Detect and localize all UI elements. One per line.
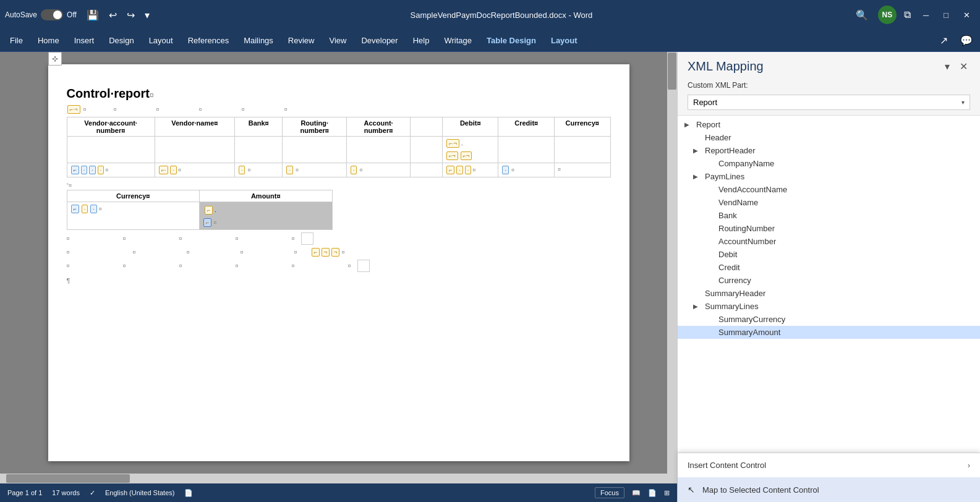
cc-vname2[interactable]: · <box>170 166 177 174</box>
tree-report[interactable]: ▶ Report <box>678 118 980 131</box>
close-button[interactable]: ✕ <box>958 8 975 22</box>
cc-vname1[interactable]: ⌐· <box>159 166 169 174</box>
tree-summaryheader[interactable]: SummaryHeader <box>678 287 980 300</box>
menu-references[interactable]: References <box>181 32 236 49</box>
restore-icon[interactable]: ⧉ <box>901 7 913 23</box>
minimize-button[interactable]: ─ <box>918 8 934 22</box>
proofing-icon[interactable]: ✓ <box>90 489 95 497</box>
tree-summarylines[interactable]: ▶ SummaryLines <box>678 300 980 313</box>
header-row-controls: ⌐·¬ ¤ ¤ ¤ ¤ ¤ ¤ <box>67 104 611 114</box>
tree-arrow-paymlines[interactable]: ▶ <box>691 173 700 180</box>
cc-debit-1[interactable]: ⌐·¬ <box>446 139 459 148</box>
save-icon[interactable]: 💾 <box>84 7 101 23</box>
tree-arrow-summarylines[interactable]: ▶ <box>691 303 700 310</box>
undo-icon[interactable]: ↩ <box>106 7 119 23</box>
menu-mailings[interactable]: Mailings <box>236 32 281 49</box>
view-layout-icon[interactable]: 📄 <box>648 489 657 497</box>
tree-paymlines[interactable]: ▶ PaymLines <box>678 170 980 183</box>
move-handle[interactable]: ⊹ <box>48 52 62 66</box>
customize-icon[interactable]: ▾ <box>142 7 152 23</box>
comment-icon[interactable]: 💬 <box>955 32 978 49</box>
tree-summaryamount[interactable]: SummaryAmount <box>678 326 980 339</box>
tree-accountnumber[interactable]: AccountNumber <box>678 235 980 248</box>
th-account: Account·number¤ <box>346 117 410 137</box>
tree-vendname[interactable]: VendName <box>678 196 980 209</box>
language-info[interactable]: English (United States) <box>105 489 175 496</box>
menu-design[interactable]: Design <box>101 32 141 49</box>
menu-insert[interactable]: Insert <box>67 32 102 49</box>
summary-amount-cell[interactable]: ⌐ . ⌐ ¤ <box>200 202 333 230</box>
xml-part-dropdown[interactable]: Report ▾ <box>688 95 970 110</box>
tree-arrow-reportheader[interactable]: ▶ <box>691 147 700 154</box>
tree-arrow-report[interactable]: ▶ <box>683 121 691 128</box>
vertical-scrollbar[interactable] <box>667 52 677 474</box>
menu-help[interactable]: Help <box>406 32 437 49</box>
menu-layout-tab[interactable]: Layout <box>543 32 585 49</box>
view-read-icon[interactable]: 📖 <box>632 489 641 497</box>
cc-bottom1[interactable]: ⌐ <box>312 248 320 257</box>
tree-bank[interactable]: Bank <box>678 209 980 222</box>
tree-label-summaryamount: SummaryAmount <box>716 327 783 338</box>
tree-routingnumber[interactable]: RoutingNumber <box>678 222 980 235</box>
menu-table-design[interactable]: Table Design <box>479 32 543 49</box>
share-icon[interactable]: ↗ <box>935 32 953 49</box>
pilcrow-mark: ¶ <box>67 277 611 284</box>
tree-reportheader[interactable]: ▶ ReportHeader <box>678 144 980 157</box>
tree-vendaccountname[interactable]: VendAccountName <box>678 183 980 196</box>
cc-amount2[interactable]: ⌐ <box>203 218 211 227</box>
menu-developer[interactable]: Developer <box>354 32 405 49</box>
menu-file[interactable]: File <box>2 32 30 49</box>
cc-credit[interactable]: · <box>502 166 509 174</box>
tree-currency[interactable]: Currency <box>678 274 980 287</box>
cc-vaccount[interactable]: ⌐ <box>71 166 79 174</box>
cc-bottom2[interactable]: ¬ <box>322 248 330 257</box>
menu-review[interactable]: Review <box>281 32 322 49</box>
th-routing: Routing·number¤ <box>283 117 346 137</box>
tree-credit[interactable]: Credit <box>678 261 980 274</box>
cc-bottom3[interactable]: ¬ <box>331 248 339 257</box>
redo-icon[interactable]: ↪ <box>124 7 137 23</box>
th-summary-currency: Currency¤ <box>67 190 200 202</box>
tree-header[interactable]: Header <box>678 131 980 144</box>
tree-summarycurrency[interactable]: SummaryCurrency <box>678 313 980 326</box>
tree-label-summarycurrency: SummaryCurrency <box>716 314 788 325</box>
document-scroll[interactable]: ⊹ Control·report¤ ⌐·¬ ¤ ¤ ¤ ¤ ¤ ¤ <box>0 52 677 474</box>
search-icon[interactable]: 🔍 <box>851 7 873 23</box>
cc-sum-curr1[interactable]: ⌐ <box>71 205 79 213</box>
menu-home[interactable]: Home <box>30 32 67 49</box>
table-row-2: ⌐ · · · ¤ ⌐· · <box>67 163 610 177</box>
cc-routing[interactable]: · <box>286 166 293 174</box>
cc-debit-row2-1[interactable]: ⌐ <box>446 166 454 174</box>
user-avatar[interactable]: NS <box>878 6 897 24</box>
cc-amount1[interactable]: ⌐ <box>205 206 213 215</box>
insert-content-control-item[interactable]: Insert Content Control › <box>678 453 980 477</box>
cc-bank[interactable]: · <box>239 166 245 174</box>
cc-1[interactable]: ⌐·¬ <box>67 105 80 114</box>
cc-accnum[interactable]: · <box>351 166 357 174</box>
focus-button[interactable]: Focus <box>595 487 624 498</box>
menu-layout[interactable]: Layout <box>142 32 181 49</box>
cc-dot2[interactable]: · <box>89 166 96 174</box>
cc-dot1[interactable]: · <box>81 166 88 174</box>
menu-view[interactable]: View <box>322 32 354 49</box>
word-count: 17 words <box>52 489 80 496</box>
maximize-button[interactable]: □ <box>939 8 953 22</box>
autosave-toggle[interactable] <box>41 9 63 20</box>
cc-debit-2[interactable]: ⌐¬ <box>446 151 458 160</box>
map-to-selected-item[interactable]: ↖ Map to Selected Content Control <box>678 477 980 502</box>
xml-panel-collapse[interactable]: ▾ <box>942 59 952 74</box>
horizontal-scrollbar[interactable] <box>0 474 677 483</box>
cc-sum-curr2[interactable]: · <box>82 205 88 213</box>
xml-panel-close[interactable]: ✕ <box>957 59 970 74</box>
hscroll-thumb[interactable] <box>6 474 130 483</box>
tree-companyname[interactable]: CompanyName <box>678 157 980 170</box>
cc-sum-curr3[interactable]: · <box>90 205 97 213</box>
view-web-icon[interactable]: ⊞ <box>664 489 670 497</box>
cc-debit-row2-3[interactable]: · <box>465 166 472 174</box>
cc-debit-row2-2[interactable]: · <box>456 166 463 174</box>
tree-debit[interactable]: Debit <box>678 248 980 261</box>
menu-writage[interactable]: Writage <box>437 32 479 49</box>
cc-debit-3[interactable]: ⌐¬ <box>461 151 472 160</box>
cc-dot3[interactable]: · <box>98 166 104 174</box>
scrollbar-thumb[interactable] <box>668 53 676 90</box>
